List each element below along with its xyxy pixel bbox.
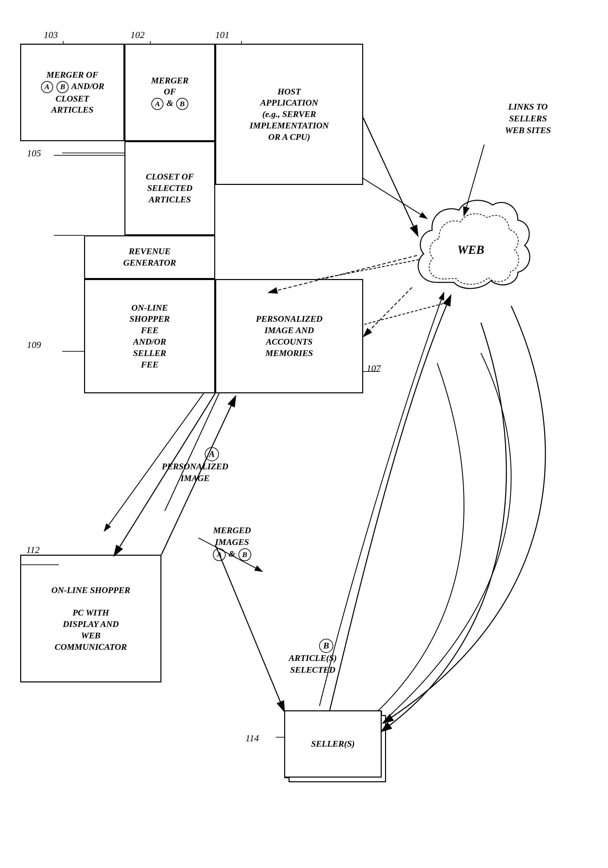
ref-105: 105 [27,148,41,159]
sellers-box: SELLER(S) [284,710,382,778]
closet-label: CLOSET OFSELECTEDARTICLES [146,171,194,205]
merger-of-ab-label: MERGEROF A & B [150,75,189,110]
svg-line-23 [364,287,412,336]
online-fee-box: ON-LINESHOPPERFEEAND/ORSELLERFEE [84,279,215,393]
circle-b-4: B [319,639,333,653]
circle-a-label: A [178,447,245,461]
svg-text:WEB: WEB [458,243,484,256]
links-sellers-label: LINKS TOSELLERSWEB SITES [481,101,575,136]
ref-107: 107 [366,363,381,374]
diagram: 103 102 101 MERGER OF A B AND/ORCLOSETAR… [0,0,608,868]
web-cloud-svg: WEB [410,195,531,309]
ref-102: 102 [130,29,144,40]
svg-line-21 [363,118,418,235]
personalized-image-label: PERSONALIZEDIMAGE [148,460,242,484]
revenue-box: REVENUEGENERATOR [84,235,215,279]
revenue-label: REVENUEGENERATOR [123,246,176,268]
circle-a-1: A [41,81,53,93]
circle-a-2: A [151,98,163,110]
merger-ab-label: MERGER OF A B AND/ORCLOSETARTICLES [40,69,104,116]
closet-box: CLOSET OFSELECTEDARTICLES [124,141,215,235]
merged-images-label: MERGEDIMAGES A & B [188,524,276,561]
online-shopper-box: ON-LINE SHOPPERPC WITHDISPLAY ANDWEBCOMM… [20,555,161,682]
circle-b-label: B [293,639,360,653]
online-fee-label: ON-LINESHOPPERFEEAND/ORSELLERFEE [129,302,170,370]
circle-a-3: A [205,447,219,461]
ref-103: 103 [44,29,58,40]
circle-b-3: B [239,548,251,561]
host-app-label: HOSTAPPLICATION(e.g., SERVERIMPLEMENTATI… [250,86,329,143]
ref-112: 112 [26,545,40,555]
personalized-mem-box: PERSONALIZEDIMAGE ANDACCOUNTSMEMORIES [215,279,363,393]
host-app-box: HOSTAPPLICATION(e.g., SERVERIMPLEMENTATI… [215,44,363,185]
web-cloud: WEB [410,195,531,309]
circle-b-2: B [176,98,188,110]
online-shopper-label: ON-LINE SHOPPERPC WITHDISPLAY ANDWEBCOMM… [51,584,130,653]
ref-109: 109 [27,339,41,350]
ref-114: 114 [245,733,259,744]
merger-of-ab-box: MERGEROF A & B [124,44,215,141]
circle-b-1: B [56,81,68,93]
svg-line-26 [215,545,284,711]
merger-ab-box: MERGER OF A B AND/ORCLOSETARTICLES [20,44,124,141]
circle-a-4: A [213,548,226,561]
ref-101: 101 [215,29,230,40]
personalized-mem-label: PERSONALIZEDIMAGE ANDACCOUNTSMEMORIES [256,313,323,359]
sellers-label: SELLER(S) [311,738,355,750]
articles-selected-label: ARTICLE(S)SELECTED [266,652,360,676]
